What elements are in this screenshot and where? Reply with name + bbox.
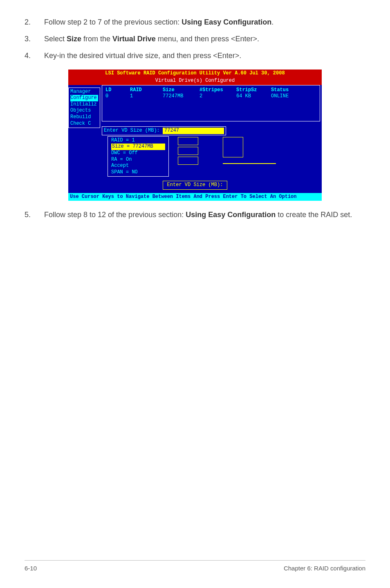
step-num: 3. xyxy=(25,33,44,45)
menu-item[interactable]: Initializ xyxy=(70,101,98,108)
menu-item[interactable]: Check C xyxy=(70,121,98,127)
yellow-box-icon xyxy=(178,137,198,145)
enter-vd-size-prompt: Enter VD Size (MB): xyxy=(163,181,228,190)
page-number: 6-10 xyxy=(25,565,37,572)
step-5: 5. Follow step 8 to 12 of the previous s… xyxy=(25,209,365,221)
step-text: Follow step 2 to 7 of the previous secti… xyxy=(44,16,365,28)
table-header-row: LD RAID Size #Stripes StripSz Status xyxy=(102,87,320,94)
step-num: 5. xyxy=(25,209,44,221)
step-4: 4. Key-in the desired virtual drive size… xyxy=(25,50,365,62)
th-size: Size xyxy=(163,87,199,94)
menu-item[interactable]: Objects xyxy=(70,108,98,114)
yellow-line-icon xyxy=(223,163,276,164)
prop-ra[interactable]: RA = On xyxy=(111,157,165,163)
prop-accept[interactable]: Accept xyxy=(111,163,165,169)
th-stripes: #Stripes xyxy=(199,87,236,94)
step-text: Follow step 8 to 12 of the previous sect… xyxy=(44,209,365,221)
menu-item-selected[interactable]: Configure xyxy=(70,95,98,101)
step-2: 2. Follow step 2 to 7 of the previous se… xyxy=(25,16,365,28)
page-footer: 6-10 Chapter 6: RAID configuration xyxy=(25,560,365,572)
bios-left-menu[interactable]: Manager Configure Initializ Objects Rebu… xyxy=(68,88,100,128)
yellow-box-icon xyxy=(223,137,243,157)
th-raid: RAID xyxy=(130,87,163,94)
th-stripsz: StripSz xyxy=(236,87,271,94)
td-stripes: 2 xyxy=(199,93,236,100)
steps-bottom: 5. Follow step 8 to 12 of the previous s… xyxy=(25,209,365,221)
vd-size-input[interactable]: 77247 xyxy=(163,128,224,134)
menu-item[interactable]: Manager xyxy=(70,89,98,95)
steps-top: 2. Follow step 2 to 7 of the previous se… xyxy=(25,16,365,61)
step-3: 3. Select Size from the Virtual Drive me… xyxy=(25,33,365,45)
vd-configured-box: LD RAID Size #Stripes StripSz Status 0 1… xyxy=(102,85,320,121)
yellow-box-icon xyxy=(178,157,198,165)
step-num: 4. xyxy=(25,50,44,62)
bios-screenshot: LSI Software RAID Configuration Utility … xyxy=(68,70,322,201)
vd-size-input-box[interactable]: Enter VD Size (MB): 77247 xyxy=(102,126,226,135)
prop-raid[interactable]: RAID = 1 xyxy=(111,137,165,144)
bios-title: LSI Software RAID Configuration Utility … xyxy=(68,70,322,78)
input-label: Enter VD Size (MB): xyxy=(104,128,160,133)
prop-size-selected[interactable]: Size = 77247MB xyxy=(111,144,165,150)
vd-properties-box[interactable]: RAID = 1 Size = 77247MB DWC = Off RA = O… xyxy=(108,136,169,177)
th-ld: LD xyxy=(105,87,130,94)
yellow-box-icon xyxy=(178,147,198,155)
td-ld: 0 xyxy=(105,93,130,100)
chapter-label: Chapter 6: RAID configuration xyxy=(284,565,365,572)
td-raid: 1 xyxy=(130,93,163,100)
table-data-row: 0 1 77247MB 2 64 KB ONLINE xyxy=(102,93,320,100)
step-text: Select Size from the Virtual Drive menu,… xyxy=(44,33,365,45)
prop-span[interactable]: SPAN = NO xyxy=(111,169,165,176)
th-status: Status xyxy=(271,87,308,94)
step-num: 2. xyxy=(25,16,44,28)
td-stripsz: 64 KB xyxy=(236,93,271,100)
bios-subtitle: Virtual Drive(s) Configured xyxy=(68,78,322,85)
prop-dwc[interactable]: DWC = Off xyxy=(111,150,165,157)
bios-footer-hint: Use Cursor Keys to Navigate Between Item… xyxy=(68,193,322,201)
step-text: Key-in the desired virtual drive size, a… xyxy=(44,50,365,62)
td-status: ONLINE xyxy=(271,93,308,100)
menu-item[interactable]: Rebuild xyxy=(70,114,98,121)
td-size: 77247MB xyxy=(163,93,199,100)
